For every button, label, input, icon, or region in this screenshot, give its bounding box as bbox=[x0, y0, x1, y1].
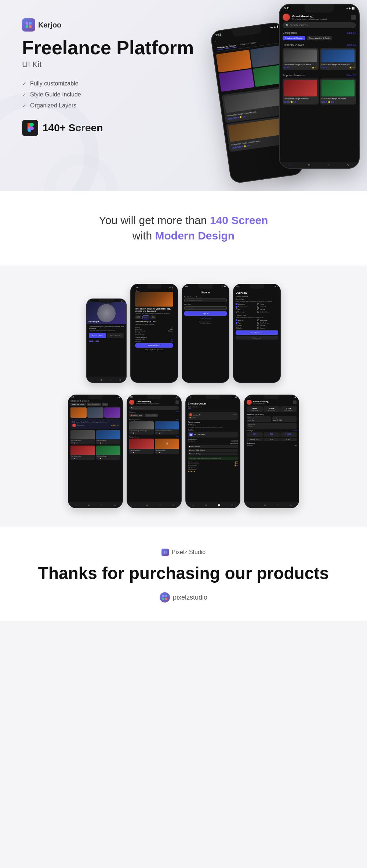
premium-desc-text: Lorem ipsum dolor sit amet consectetur a… bbox=[135, 313, 173, 314]
custom-delivery: ● Delivery in 2 days+ $70 bbox=[135, 339, 173, 340]
signin-content: Sign In Email Address or Username Your e… bbox=[182, 287, 229, 383]
nav-person-chat[interactable]: ⊙ bbox=[231, 504, 233, 506]
nav-home-dash[interactable]: ⌂ bbox=[251, 504, 253, 506]
brand-name: Kerjoo bbox=[38, 21, 61, 29]
email-input[interactable]: Your email address or username bbox=[184, 299, 227, 302]
price-250[interactable]: $250 bbox=[135, 315, 141, 319]
platform-tools-label: Platform & Tools bbox=[236, 314, 278, 316]
signals-main: ▪▪ ◈ ▮▮ bbox=[346, 7, 355, 10]
become-seller-btn[interactable]: Become a Seller bbox=[89, 333, 106, 338]
pill-graphics[interactable]: Graphics & Design bbox=[283, 36, 305, 40]
check-adobe-xd[interactable]: Adobe XD bbox=[236, 319, 257, 321]
nav-home-main[interactable]: ⌂ bbox=[134, 504, 135, 506]
password-input[interactable]: Your password bbox=[184, 306, 227, 310]
mini-notch-overview bbox=[250, 284, 264, 289]
nav-heart[interactable]: ♡ bbox=[110, 378, 112, 381]
stat-order: 100% Order Complete bbox=[280, 406, 297, 412]
mini-screen-premium: 9:41▪▪ ◈ ▮ ‹ Back I will custom design f… bbox=[131, 284, 178, 382]
popular-card-2: I will custom design for mobile... $29.5… bbox=[320, 78, 356, 105]
overview-content: ‹ Overview Services Metadata Website Typ… bbox=[233, 287, 280, 383]
premium-package-desc: Lorem ipsum dolor sit amet consectetur bbox=[135, 324, 173, 325]
shop-link[interactable]: Shop bbox=[95, 340, 99, 341]
price-50[interactable]: $50 bbox=[150, 315, 156, 319]
forgot-password[interactable]: Forget Password? bbox=[184, 317, 227, 319]
nav-heart-gh[interactable]: ♡ bbox=[101, 504, 102, 506]
check-adobe-illustrator[interactable]: Adobe Illustrati... bbox=[257, 319, 278, 321]
nav-heart-main[interactable]: ♡ bbox=[159, 504, 161, 506]
figma-icon bbox=[22, 120, 38, 136]
mini-screen-graphics-home: 9:41▪▪ ◈ ▮ Graphics & Design. Web & App … bbox=[68, 395, 123, 508]
check-adobe-photoshop[interactable]: Adobe Photoshop bbox=[257, 322, 278, 324]
chelsea-name: Chelsea Cutter bbox=[188, 402, 238, 405]
nav-grid-dash[interactable]: ⊞ bbox=[264, 504, 266, 506]
terms-text: By joining, you agree to ourTerms and Co… bbox=[184, 321, 227, 324]
price-options: $250 $150 $50 bbox=[135, 315, 173, 319]
phone-main-content: Good Morning, Find your talent to help y… bbox=[280, 11, 359, 109]
nav-home-gh[interactable]: ⌂ bbox=[75, 504, 77, 506]
nav-person[interactable]: ⊙ bbox=[119, 378, 121, 381]
check-other-tool[interactable]: Other type bbox=[257, 325, 278, 326]
greeting-text: Good Morning, bbox=[292, 15, 327, 18]
nav-grid-icon[interactable]: ⊞ bbox=[308, 164, 310, 167]
nav-grid[interactable]: ⊞ bbox=[101, 378, 102, 381]
find-services-btn[interactable]: Find a Services bbox=[107, 333, 124, 338]
svg-rect-1 bbox=[29, 22, 32, 25]
price-150[interactable]: $150 bbox=[142, 315, 149, 319]
nav-person-icon[interactable]: ⊙ bbox=[346, 164, 349, 167]
premium-package-label: Premium Design & Code bbox=[135, 321, 173, 323]
signin-link[interactable]: Sign In bbox=[89, 340, 93, 341]
premium-service-img bbox=[135, 292, 173, 307]
check-social[interactable]: Social networking bbox=[257, 311, 278, 313]
nav-home[interactable]: ⌂ bbox=[92, 378, 93, 381]
tab-art[interactable]: Art & Illustrations bbox=[238, 40, 258, 47]
check-figma[interactable]: Figma bbox=[236, 322, 257, 324]
check-icon-1: ✓ bbox=[22, 81, 26, 87]
check-other1[interactable]: Other type bbox=[257, 308, 278, 310]
phone-graphics-home: 9:41▪▪ ◈ ▮ Graphics & Design. Web & App … bbox=[68, 395, 123, 508]
check-business[interactable]: Business promotion bbox=[236, 306, 257, 308]
nav-heart-icon[interactable]: ♡ bbox=[327, 164, 330, 167]
save-continue-btn[interactable]: Save & Continue bbox=[236, 330, 278, 335]
phone-chat: 9:41▪▪ ◈ ▮ ‹ Chelsea Cutter Chat Timelin… bbox=[185, 395, 240, 508]
nav-home-icon[interactable]: ⌂ bbox=[290, 164, 291, 167]
check-share[interactable]: Share content bbox=[236, 311, 257, 313]
phone-dashboard: 9:41▪▪ ◈ ▮ Good Morning, Find your talen… bbox=[244, 395, 299, 508]
seller-content: I will custom design for your mobile app… bbox=[87, 324, 126, 343]
phone-premium-design: 9:41▪▪ ◈ ▮ ‹ Back I will custom design f… bbox=[130, 284, 178, 383]
website-type-label: Website Type bbox=[236, 298, 278, 300]
nav-person-gh[interactable]: ⊙ bbox=[114, 504, 116, 506]
see-all-earnings[interactable]: See All bbox=[293, 430, 297, 432]
continue-button[interactable]: Continue $150 bbox=[135, 343, 173, 348]
nav-grid-gh[interactable]: ⊞ bbox=[88, 504, 90, 506]
pill-programming[interactable]: Programming & Tech bbox=[307, 36, 332, 40]
mini-notch-home bbox=[147, 395, 161, 399]
svg-rect-2 bbox=[26, 25, 28, 28]
website-type-desc: Choose the platform types you design typ… bbox=[236, 301, 278, 302]
check-sketch[interactable]: Sketch bbox=[236, 325, 257, 326]
mini-screen-overview: 9:41▪▪ ◈ ▮ ‹ Overview Services Metadata … bbox=[233, 284, 280, 382]
nav-person-main[interactable]: ⊙ bbox=[172, 504, 174, 506]
nav-home-chat[interactable]: ⌂ bbox=[193, 504, 194, 506]
nav-person-dash[interactable]: ⊙ bbox=[290, 504, 292, 506]
tagline-highlight1: 140 Screen bbox=[210, 214, 268, 226]
check-educational[interactable]: Educational bbox=[257, 306, 278, 308]
mini-notch-gh bbox=[88, 395, 103, 399]
nav-grid-chat[interactable]: ⊞ bbox=[205, 504, 207, 506]
check-icon-2: ✓ bbox=[22, 92, 26, 98]
check-portfolio[interactable]: Portfolio bbox=[257, 303, 278, 305]
nav-chat-icon[interactable]: 💬 bbox=[218, 504, 220, 506]
check-elementor[interactable]: Elementor bbox=[257, 327, 278, 329]
save-draft-btn[interactable]: Save as draft bbox=[236, 336, 278, 340]
phone-overview: 9:41▪▪ ◈ ▮ ‹ Overview Services Metadata … bbox=[233, 284, 281, 383]
nav-heart-dash[interactable]: ♡ bbox=[277, 504, 279, 506]
feature-label-3: Organized Layers bbox=[30, 102, 76, 109]
feature-apps: Custom Apps✓ bbox=[135, 332, 173, 334]
signin-button[interactable]: Sign In bbox=[184, 311, 227, 316]
phone-search-bar[interactable]: 🔍 Search services bbox=[283, 22, 356, 28]
nav-grid-main[interactable]: ⊞ bbox=[146, 504, 148, 506]
svg-rect-5 bbox=[162, 595, 164, 597]
check-ecommerce[interactable]: E-Commerce bbox=[236, 303, 257, 305]
mini-notch-3d bbox=[99, 299, 114, 303]
check-webflow[interactable]: Webflow bbox=[236, 327, 257, 329]
check-blog[interactable]: Blog bbox=[236, 308, 257, 310]
